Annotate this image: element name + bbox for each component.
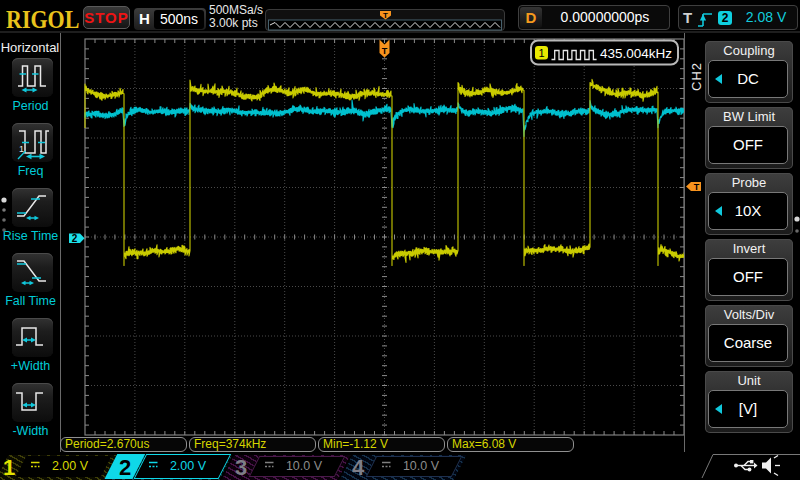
svg-text:T: T <box>382 46 388 56</box>
svg-text:435.004kHz: 435.004kHz <box>600 46 672 61</box>
svg-text:1: 1 <box>538 47 544 59</box>
svg-text:2: 2 <box>72 233 78 244</box>
svg-text:T: T <box>383 11 388 20</box>
